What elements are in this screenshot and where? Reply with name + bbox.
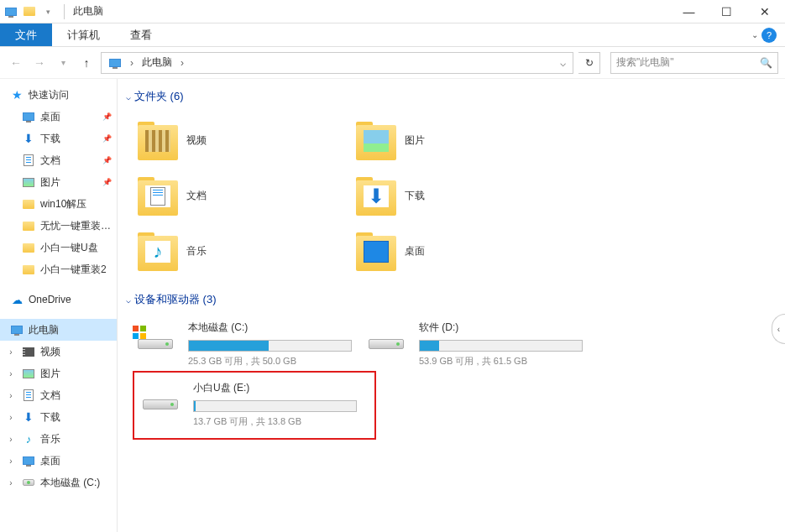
ribbon-expand-icon[interactable]: ⌄ <box>751 30 758 39</box>
sidebar-documents[interactable]: 文档 📌 <box>0 149 117 171</box>
pin-icon: 📌 <box>102 178 112 186</box>
minimize-button[interactable]: — <box>670 0 708 23</box>
ribbon: 文件 计算机 查看 ⌄ ? <box>0 23 785 47</box>
ribbon-tab-file[interactable]: 文件 <box>0 23 52 46</box>
drive-info: 25.3 GB 可用 , 共 50.0 GB <box>188 355 358 368</box>
folder-music[interactable]: ♪ 音乐 <box>133 223 351 279</box>
sidebar-xiaobai-reinstall2[interactable]: 小白一键重装2 <box>0 258 117 280</box>
section-title: 文件夹 (6) <box>134 89 184 104</box>
sidebar-label: 本地磁盘 (C:) <box>40 476 117 490</box>
folder-icon[interactable] <box>22 4 37 19</box>
folder-label: 音乐 <box>186 244 207 258</box>
sidebar-downloads2[interactable]: › ⬇ 下载 <box>0 406 117 428</box>
chevron-right-icon[interactable]: › <box>127 57 137 69</box>
picture-folder-icon <box>356 120 396 160</box>
this-pc-icon[interactable] <box>3 4 18 19</box>
nav-up-button[interactable]: ↑ <box>77 54 96 72</box>
sidebar-label: 快速访问 <box>29 88 117 102</box>
pin-icon: 📌 <box>102 134 112 143</box>
chevron-down-icon: ⌵ <box>126 295 131 305</box>
drive-usage-bar <box>193 400 357 412</box>
breadcrumb-location[interactable]: 此电脑 <box>137 55 177 70</box>
sidebar-pictures[interactable]: 图片 📌 <box>0 171 117 193</box>
sidebar-this-pc[interactable]: 此电脑 <box>0 319 117 341</box>
sidebar-music[interactable]: › ♪ 音乐 <box>0 428 117 450</box>
pin-icon: 📌 <box>102 156 112 164</box>
sidebar-local-disk-c[interactable]: › 本地磁盘 (C:) <box>0 472 117 493</box>
dropdown-icon[interactable]: ▾ <box>40 4 55 19</box>
expand-icon[interactable]: › <box>7 478 15 488</box>
download-icon: ⬇ <box>22 132 35 145</box>
close-button[interactable]: ✕ <box>746 0 783 23</box>
drive-info: 53.9 GB 可用 , 共 61.5 GB <box>419 355 589 368</box>
sidebar-pictures2[interactable]: › 图片 <box>0 362 117 384</box>
expand-icon[interactable]: › <box>7 347 15 357</box>
devices-section-header[interactable]: ⌵ 设备和驱动器 (3) <box>124 289 778 316</box>
sidebar-win10unzip[interactable]: win10解压 <box>0 193 117 215</box>
sidebar-label: 小白一键U盘 <box>40 241 117 255</box>
sidebar-videos[interactable]: › 视频 <box>0 341 117 362</box>
drive-c[interactable]: 本地磁盘 (C:) 25.3 GB 可用 , 共 50.0 GB <box>133 316 364 373</box>
folder-downloads[interactable]: ⬇ 下载 <box>351 168 569 223</box>
desktop-folder-icon <box>356 231 396 271</box>
maximize-button[interactable]: ☐ <box>708 0 746 23</box>
drive-icon <box>369 326 409 359</box>
sidebar-label: 此电脑 <box>29 323 117 337</box>
breadcrumb-dropdown[interactable]: ⌵ <box>555 57 571 69</box>
sidebar-xiaobai-udisk[interactable]: 小白一键U盘 <box>0 237 117 258</box>
help-button[interactable]: ? <box>761 28 777 43</box>
search-icon: 🔍 <box>760 57 772 69</box>
folder-icon <box>22 219 35 232</box>
sidebar-onedrive[interactable]: ☁ OneDrive <box>0 289 117 310</box>
nav-forward-button[interactable]: → <box>30 54 49 72</box>
section-title: 设备和驱动器 (3) <box>134 292 217 307</box>
sidebar-label: 音乐 <box>40 432 117 446</box>
sidebar-label: 文档 <box>40 389 117 403</box>
sidebar-label: 小白一键重装2 <box>40 263 117 277</box>
breadcrumb-icon <box>107 55 123 71</box>
document-icon <box>22 389 35 402</box>
music-icon: ♪ <box>22 432 35 446</box>
ribbon-tab-computer[interactable]: 计算机 <box>52 23 115 46</box>
music-folder-icon: ♪ <box>138 231 178 271</box>
picture-icon <box>22 367 35 380</box>
folder-videos[interactable]: 视频 <box>133 112 351 168</box>
expand-icon[interactable]: › <box>7 456 15 466</box>
sidebar-wuyou[interactable]: 无忧一键重装系统 <box>0 215 117 237</box>
sidebar-quick-access[interactable]: ★ 快速访问 <box>0 84 117 106</box>
sidebar-label: 图片 <box>40 175 97 190</box>
star-icon: ★ <box>10 88 24 102</box>
drive-e[interactable]: 小白U盘 (E:) 13.7 GB 可用 , 共 13.8 GB <box>133 371 376 440</box>
folder-label: 文档 <box>186 189 207 203</box>
folder-pictures[interactable]: 图片 <box>351 112 569 168</box>
drive-d[interactable]: 软件 (D:) 53.9 GB 可用 , 共 61.5 GB <box>364 316 594 373</box>
breadcrumb[interactable]: › 此电脑 › ⌵ <box>101 52 573 74</box>
sidebar-desktop2[interactable]: › 桌面 <box>0 450 117 472</box>
sidebar-label: 桌面 <box>40 110 97 124</box>
titlebar: ▾ 此电脑 — ☐ ✕ <box>0 0 785 23</box>
drive-name: 本地磁盘 (C:) <box>188 321 358 335</box>
sidebar-label: 桌面 <box>40 454 117 468</box>
expand-icon[interactable]: › <box>7 391 15 400</box>
this-pc-icon <box>10 323 24 336</box>
content-pane: ⌵ 文件夹 (6) 视频 图片 文档 ⬇ 下载 ♪ 音乐 <box>118 79 785 532</box>
download-folder-icon: ⬇ <box>356 175 396 216</box>
sidebar-documents2[interactable]: › 文档 <box>0 384 117 406</box>
chevron-right-icon[interactable]: › <box>177 57 187 69</box>
ribbon-tab-view[interactable]: 查看 <box>115 23 167 46</box>
desktop-icon <box>22 454 35 467</box>
sidebar-desktop[interactable]: 桌面 📌 <box>0 106 117 128</box>
search-placeholder: 搜索"此电脑" <box>616 55 674 70</box>
expand-icon[interactable]: › <box>7 413 15 422</box>
folder-documents[interactable]: 文档 <box>133 168 351 223</box>
sidebar-label: 下载 <box>40 410 117 425</box>
expand-icon[interactable]: › <box>7 435 15 444</box>
expand-icon[interactable]: › <box>7 369 15 378</box>
folders-section-header[interactable]: ⌵ 文件夹 (6) <box>124 86 778 112</box>
folder-desktop[interactable]: 桌面 <box>351 223 569 279</box>
nav-back-button[interactable]: ← <box>7 54 25 72</box>
nav-history-dropdown[interactable]: ▾ <box>54 54 72 72</box>
refresh-button[interactable]: ↻ <box>578 52 600 74</box>
search-input[interactable]: 搜索"此电脑" 🔍 <box>610 52 778 74</box>
sidebar-downloads[interactable]: ⬇ 下载 📌 <box>0 128 117 149</box>
